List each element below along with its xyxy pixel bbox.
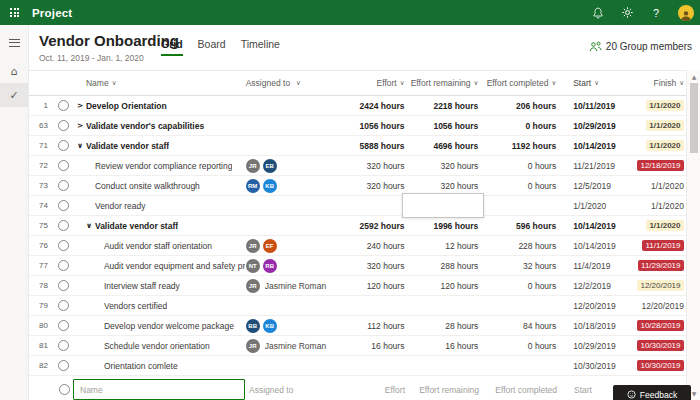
task-name-cell[interactable]: Vendor ready bbox=[73, 196, 245, 215]
effort-remaining-cell[interactable]: 320 hours bbox=[404, 156, 478, 175]
assigned-to-cell[interactable]: BBKB bbox=[245, 316, 357, 335]
finish-date-cell[interactable]: 12/18/2019 bbox=[634, 156, 686, 175]
start-date-cell[interactable]: 10/14/2019 bbox=[570, 236, 634, 255]
start-date-cell[interactable]: 10/14/2019 bbox=[570, 136, 634, 155]
effort-remaining-cell[interactable]: 4696 hours bbox=[404, 136, 478, 155]
start-date-cell[interactable]: 12/20/2019 bbox=[570, 296, 634, 315]
column-header-start[interactable]: Start∨ bbox=[570, 71, 634, 95]
start-date-cell[interactable]: 11/4/2019 bbox=[570, 256, 634, 275]
effort-remaining-cell[interactable]: 16 hours bbox=[404, 336, 478, 355]
task-name-cell[interactable]: >Validate vendor's capabilities bbox=[73, 116, 245, 135]
new-task-checkbox[interactable] bbox=[59, 384, 70, 395]
tab-timeline[interactable]: Timeline bbox=[241, 38, 280, 56]
effort-completed-cell[interactable]: 0 hours bbox=[478, 116, 556, 135]
scroll-thumb[interactable] bbox=[690, 83, 698, 153]
start-date-cell[interactable]: 10/29/2019 bbox=[570, 336, 634, 355]
select-task-checkbox[interactable] bbox=[58, 220, 69, 231]
new-task-name-input[interactable] bbox=[73, 379, 245, 400]
effort-cell[interactable]: 16 hours bbox=[357, 336, 405, 355]
assigned-to-cell[interactable] bbox=[245, 356, 357, 375]
effort-completed-cell[interactable]: 0 hours bbox=[478, 276, 556, 295]
finish-date-cell[interactable]: 1/1/2020 bbox=[634, 176, 686, 195]
effort-completed-cell[interactable] bbox=[478, 296, 556, 315]
expand-chevron-icon[interactable]: > bbox=[77, 101, 86, 110]
select-task-checkbox[interactable] bbox=[58, 300, 69, 311]
assigned-to-cell[interactable]: NTRB bbox=[245, 256, 357, 275]
new-assigned-to-cell[interactable]: Assigned to bbox=[245, 376, 357, 400]
effort-cell[interactable]: 120 hours bbox=[357, 276, 405, 295]
assigned-to-cell[interactable]: RMKB bbox=[245, 176, 357, 195]
account-avatar[interactable] bbox=[678, 5, 694, 21]
select-task-checkbox[interactable] bbox=[58, 180, 69, 191]
effort-cell[interactable]: 320 hours bbox=[357, 256, 405, 275]
group-members-button[interactable]: 20 Group members bbox=[589, 41, 692, 52]
finish-date-cell[interactable]: 12/20/2019 bbox=[634, 296, 686, 315]
new-effort-cell[interactable]: Effort bbox=[357, 376, 405, 400]
effort-remaining-cell[interactable]: 120 hours bbox=[404, 276, 478, 295]
select-task-checkbox[interactable] bbox=[58, 280, 69, 291]
effort-remaining-cell[interactable] bbox=[404, 356, 478, 375]
effort-completed-cell[interactable]: 206 hours bbox=[478, 96, 556, 115]
start-date-cell[interactable]: 10/30/2019 bbox=[570, 356, 634, 375]
expand-chevron-icon[interactable]: > bbox=[77, 121, 86, 130]
task-name-cell[interactable]: Vendors certified bbox=[73, 296, 245, 315]
effort-completed-cell[interactable]: 0 hours bbox=[478, 156, 556, 175]
help-icon[interactable]: ? bbox=[649, 6, 663, 20]
menu-hamburger-icon[interactable] bbox=[0, 31, 28, 55]
effort-completed-cell[interactable] bbox=[478, 356, 556, 375]
effort-completed-cell[interactable]: 32 hours bbox=[478, 256, 556, 275]
column-header-rem[interactable]: Effort remaining∨ bbox=[404, 71, 478, 95]
effort-remaining-cell[interactable]: 1056 hours bbox=[404, 116, 478, 135]
effort-cell[interactable]: 112 hours bbox=[357, 316, 405, 335]
effort-remaining-cell[interactable]: 288 hours bbox=[404, 256, 478, 275]
effort-completed-cell[interactable]: 0 hours bbox=[478, 336, 556, 355]
select-task-checkbox[interactable] bbox=[58, 160, 69, 171]
effort-completed-cell[interactable]: 0 hours bbox=[478, 176, 556, 195]
tab-board[interactable]: Board bbox=[198, 38, 226, 56]
select-task-checkbox[interactable] bbox=[58, 340, 69, 351]
select-task-checkbox[interactable] bbox=[58, 140, 69, 151]
start-date-cell[interactable]: 12/5/2019 bbox=[570, 176, 634, 195]
assigned-to-cell[interactable]: JRJasmine Roman bbox=[245, 336, 357, 355]
start-date-cell[interactable]: 12/2/2019 bbox=[570, 276, 634, 295]
new-effort-remaining-cell[interactable]: Effort remaining bbox=[405, 376, 479, 400]
task-name-cell[interactable]: Audit vendor staff orientation bbox=[73, 236, 245, 255]
assigned-to-cell[interactable]: JREB bbox=[245, 156, 357, 175]
select-task-checkbox[interactable] bbox=[58, 320, 69, 331]
assigned-to-cell[interactable] bbox=[245, 116, 357, 135]
task-name-cell[interactable]: Schedule vendor orientation bbox=[73, 336, 245, 355]
finish-date-cell[interactable]: 11/29/2019 bbox=[634, 256, 686, 275]
new-effort-completed-cell[interactable]: Effort completed bbox=[479, 376, 557, 400]
select-task-checkbox[interactable] bbox=[58, 200, 69, 211]
effort-cell[interactable]: 5888 hours bbox=[357, 136, 405, 155]
finish-date-cell[interactable]: 1/1/2020 bbox=[634, 116, 686, 135]
task-name-cell[interactable]: ∨Validate vendor staff bbox=[73, 136, 245, 155]
effort-remaining-cell[interactable]: 12 hours bbox=[404, 236, 478, 255]
effort-remaining-cell[interactable]: 2218 hours bbox=[404, 96, 478, 115]
finish-date-cell[interactable]: 10/28/2019 bbox=[634, 316, 686, 335]
effort-cell[interactable] bbox=[357, 296, 405, 315]
feedback-button[interactable]: Feedback bbox=[613, 385, 691, 400]
home-icon[interactable]: ⌂ bbox=[0, 59, 28, 83]
tab-grid[interactable]: Grid bbox=[161, 38, 183, 56]
app-launcher-icon[interactable] bbox=[10, 8, 19, 17]
select-task-checkbox[interactable] bbox=[58, 240, 69, 251]
effort-remaining-cell[interactable] bbox=[404, 296, 478, 315]
task-name-cell[interactable]: Review vendor compliance reporting bbox=[73, 156, 245, 175]
start-date-cell[interactable]: 10/18/2019 bbox=[570, 316, 634, 335]
effort-completed-cell[interactable]: 596 hours bbox=[478, 216, 556, 235]
finish-date-cell[interactable]: 11/1/2019 bbox=[634, 236, 686, 255]
effort-remaining-cell[interactable]: 28 hours bbox=[404, 316, 478, 335]
column-header-assign[interactable]: Assigned to∨ bbox=[245, 71, 357, 95]
finish-date-cell[interactable]: 1/1/2020 bbox=[634, 96, 686, 115]
task-name-cell[interactable]: Conduct onsite walkthrough bbox=[73, 176, 245, 195]
assigned-to-cell[interactable] bbox=[245, 196, 357, 215]
effort-cell[interactable]: 2424 hours bbox=[357, 96, 405, 115]
effort-cell[interactable] bbox=[357, 196, 405, 215]
assigned-to-cell[interactable] bbox=[245, 136, 357, 155]
assigned-to-cell[interactable]: JREF bbox=[245, 236, 357, 255]
collapse-chevron-icon[interactable]: ∨ bbox=[77, 141, 86, 150]
task-name-cell[interactable]: Audit vendor equipment and safety proce.… bbox=[73, 256, 245, 275]
effort-cell[interactable]: 240 hours bbox=[357, 236, 405, 255]
finish-date-cell[interactable]: 1/1/2020 bbox=[634, 196, 686, 215]
